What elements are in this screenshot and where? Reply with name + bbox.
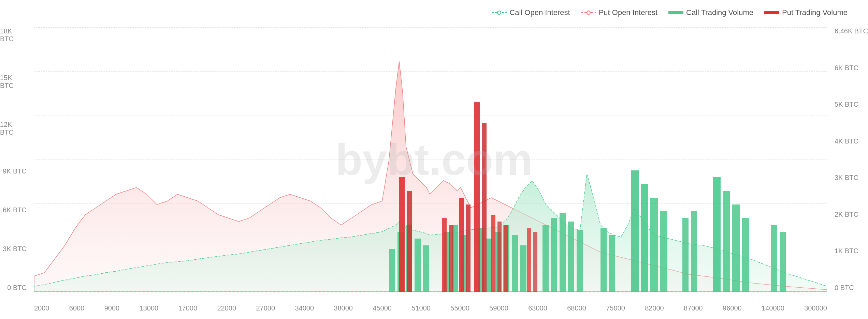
legend-call-trading-volume: Call Trading Volume bbox=[668, 8, 753, 17]
x-label-34000: 34000 bbox=[295, 304, 314, 312]
svg-rect-23 bbox=[568, 222, 574, 292]
svg-rect-19 bbox=[520, 245, 526, 292]
svg-rect-10 bbox=[423, 245, 429, 292]
x-label-51000: 51000 bbox=[411, 304, 431, 312]
y-right-label-6: 1K BTC bbox=[835, 247, 858, 255]
y-right-label-0: 6.46K BTC bbox=[835, 27, 868, 35]
svg-rect-4 bbox=[668, 11, 683, 14]
y-left-label-2: 12K BTC bbox=[0, 121, 27, 136]
chart-container: Call Open Interest Put Open Interest Cal… bbox=[0, 0, 868, 319]
x-label-9000: 9000 bbox=[104, 304, 120, 312]
svg-rect-41 bbox=[442, 218, 447, 292]
svg-rect-25 bbox=[601, 228, 607, 292]
svg-rect-28 bbox=[641, 184, 648, 292]
x-label-6000: 6000 bbox=[69, 304, 85, 312]
y-right-label-5: 2K BTC bbox=[835, 211, 858, 218]
svg-rect-47 bbox=[491, 215, 495, 292]
svg-rect-31 bbox=[682, 218, 689, 292]
x-label-82000: 82000 bbox=[645, 304, 664, 312]
chart-legend: Call Open Interest Put Open Interest Cal… bbox=[492, 8, 848, 17]
svg-rect-43 bbox=[459, 198, 464, 292]
y-left-label-3: 9K BTC bbox=[3, 167, 27, 175]
svg-rect-46 bbox=[482, 123, 487, 292]
svg-rect-49 bbox=[504, 225, 508, 292]
svg-rect-38 bbox=[780, 232, 786, 292]
y-right-label-4: 3K BTC bbox=[835, 174, 858, 182]
svg-rect-26 bbox=[609, 235, 615, 292]
y-right-label-2: 5K BTC bbox=[835, 101, 858, 108]
x-label-13000: 13000 bbox=[140, 304, 159, 312]
x-label-17000: 17000 bbox=[178, 304, 198, 312]
x-label-45000: 45000 bbox=[373, 304, 392, 312]
svg-rect-5 bbox=[764, 11, 779, 14]
svg-rect-39 bbox=[399, 177, 405, 292]
y-axis-left: 18K BTC 15K BTC 12K BTC 9K BTC 6K BTC 3K… bbox=[0, 27, 31, 292]
svg-rect-50 bbox=[527, 228, 531, 292]
svg-rect-20 bbox=[542, 225, 549, 292]
y-right-label-7: 0 BTC bbox=[835, 284, 854, 292]
svg-rect-6 bbox=[389, 249, 395, 292]
svg-rect-40 bbox=[407, 191, 412, 292]
svg-rect-36 bbox=[742, 218, 749, 292]
svg-rect-22 bbox=[560, 213, 566, 292]
y-left-label-5: 3K BTC bbox=[3, 245, 27, 253]
svg-rect-32 bbox=[691, 211, 697, 292]
x-label-87000: 87000 bbox=[684, 304, 703, 312]
svg-rect-45 bbox=[474, 102, 480, 292]
x-label-96000: 96000 bbox=[723, 304, 742, 312]
x-label-68000: 68000 bbox=[567, 304, 586, 312]
y-left-label-1: 15K BTC bbox=[0, 74, 27, 90]
svg-rect-37 bbox=[771, 225, 777, 292]
legend-put-trading-volume: Put Trading Volume bbox=[764, 8, 848, 17]
legend-call-open-interest: Call Open Interest bbox=[492, 8, 570, 17]
svg-rect-35 bbox=[732, 204, 740, 292]
x-label-2000: 2000 bbox=[34, 304, 49, 312]
chart-svg bbox=[34, 27, 827, 292]
svg-rect-51 bbox=[533, 232, 537, 292]
svg-rect-27 bbox=[631, 170, 639, 292]
x-label-22000: 22000 bbox=[217, 304, 236, 312]
legend-call-trading-volume-label: Call Trading Volume bbox=[686, 8, 753, 17]
y-axis-right: 6.46K BTC 6K BTC 5K BTC 4K BTC 3K BTC 2K… bbox=[830, 27, 868, 292]
legend-put-open-interest-label: Put Open Interest bbox=[599, 8, 657, 17]
x-label-55000: 55000 bbox=[450, 304, 469, 312]
svg-rect-18 bbox=[512, 235, 518, 292]
svg-rect-48 bbox=[497, 222, 502, 292]
y-left-label-4: 6K BTC bbox=[3, 206, 27, 214]
y-left-label-0: 18K BTC bbox=[0, 27, 27, 43]
y-right-label-1: 6K BTC bbox=[835, 64, 858, 72]
svg-rect-42 bbox=[449, 225, 453, 292]
x-label-75000: 75000 bbox=[606, 304, 625, 312]
svg-rect-33 bbox=[713, 177, 721, 292]
svg-point-3 bbox=[587, 11, 590, 14]
x-label-140000: 140000 bbox=[762, 304, 784, 312]
x-label-300000: 300000 bbox=[804, 304, 827, 312]
legend-put-open-interest: Put Open Interest bbox=[581, 8, 657, 17]
x-label-27000: 27000 bbox=[256, 304, 275, 312]
legend-put-trading-volume-label: Put Trading Volume bbox=[782, 8, 848, 17]
x-label-38000: 38000 bbox=[334, 304, 353, 312]
x-label-63000: 63000 bbox=[528, 304, 547, 312]
y-left-label-6: 0 BTC bbox=[7, 284, 27, 292]
svg-rect-29 bbox=[650, 198, 658, 292]
legend-call-open-interest-label: Call Open Interest bbox=[509, 8, 570, 17]
y-right-label-3: 4K BTC bbox=[835, 137, 858, 145]
svg-point-1 bbox=[497, 11, 501, 14]
svg-rect-44 bbox=[466, 204, 471, 292]
svg-rect-9 bbox=[415, 239, 421, 292]
x-label-59000: 59000 bbox=[489, 304, 508, 312]
svg-rect-34 bbox=[723, 191, 730, 292]
svg-rect-24 bbox=[577, 230, 583, 292]
x-axis: 2000 6000 9000 13000 17000 22000 27000 3… bbox=[34, 304, 827, 312]
svg-rect-21 bbox=[551, 218, 557, 292]
svg-rect-30 bbox=[660, 211, 667, 292]
